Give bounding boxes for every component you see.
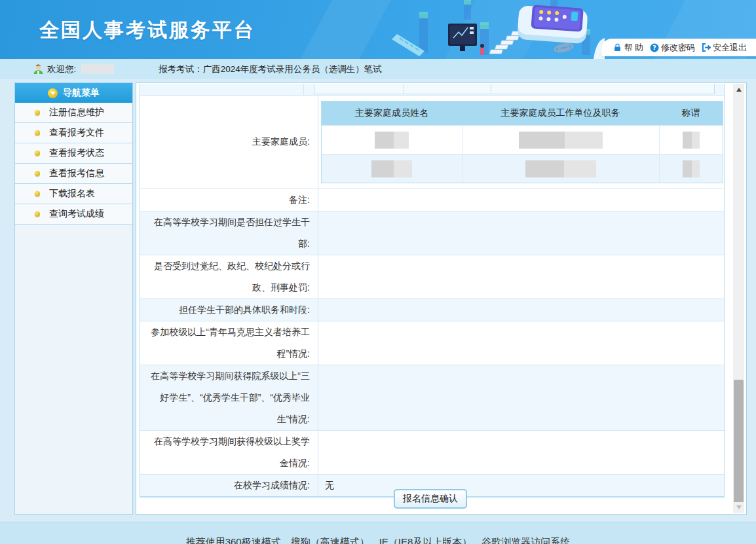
sidebar-item-6[interactable]: 查询考试成绩 (15, 204, 132, 225)
family-cell (322, 154, 462, 183)
page-footer: 推荐使用360极速模式、搜狗（高速模式）、IE（IE8及以上版本）、谷歌浏览器访… (0, 522, 756, 544)
bullet-icon (35, 110, 40, 115)
sidebar-item-label: 注册信息维护 (49, 107, 104, 118)
utility-link-label: 帮 助 (624, 42, 643, 54)
sidebar-nav: 导航菜单 注册信息维护查看报考文件查看报考状态查看报考信息下载报名表查询考试成绩 (14, 82, 133, 515)
sidebar-item-label: 查看报考信息 (49, 168, 104, 179)
content-panel: 主要家庭成员: 主要家庭成员姓名主要家庭成员工作单位及职务称谓 备注:在高等学校… (136, 82, 747, 515)
scroll-down-button[interactable] (733, 502, 744, 513)
sidebar-item-label: 下载报名表 (49, 188, 95, 200)
browser-recommendation-text: 推荐使用360极速模式、搜狗（高速模式）、IE（IE8及以上版本）、谷歌浏览器访… (186, 536, 571, 544)
site-title: 全国人事考试服务平台 (39, 17, 255, 44)
utility-link-label: 安全退出 (713, 42, 747, 54)
confirm-registration-button[interactable]: 报名信息确认 (394, 489, 467, 509)
scroll-up-button[interactable] (733, 84, 744, 95)
user-avatar-icon (33, 63, 44, 75)
logout-icon (702, 43, 711, 52)
redacted-text (683, 160, 700, 177)
sidebar-item-4[interactable]: 查看报考信息 (15, 164, 132, 184)
row-label (140, 84, 303, 96)
table-row-6: 在高等学校学习期间获得院系级以上“三好学生”、“优秀学生干部”、“优秀毕业生”情… (140, 365, 724, 431)
sidebar-item-3[interactable]: 查看报考状态 (15, 143, 132, 164)
row-label: 参加校级以上“青年马克思主义者培养工程”情况: (140, 321, 318, 365)
table-row-partial (140, 84, 724, 96)
sidebar-item-5[interactable]: 下载报名表 (15, 184, 132, 204)
sidebar-item-1[interactable]: 注册信息维护 (15, 103, 132, 123)
page-body: 导航菜单 注册信息维护查看报考文件查看报考状态查看报考信息下载报名表查询考试成绩… (0, 79, 756, 522)
bullet-icon (35, 171, 40, 176)
family-table-row (322, 125, 723, 154)
scrollbar-thumb[interactable] (734, 380, 744, 505)
row-label: 是否受到过党纪、政纪、校纪处分或行政、刑事处罚: (140, 255, 318, 299)
table-row-3: 是否受到过党纪、政纪、校纪处分或行政、刑事处罚: (140, 255, 724, 299)
application-info-table: 主要家庭成员: 主要家庭成员姓名主要家庭成员工作单位及职务称谓 备注:在高等学校… (140, 84, 725, 498)
family-table-rows (322, 125, 723, 183)
family-members-table: 主要家庭成员姓名主要家庭成员工作单位及职务称谓 (321, 101, 723, 183)
sidebar-nav-title: 导航菜单 (63, 87, 100, 99)
redacted-text (375, 132, 409, 149)
table-row-family-members: 主要家庭成员: 主要家庭成员姓名主要家庭成员工作单位及职务称谓 (140, 96, 724, 189)
row-value (318, 431, 724, 474)
welcome-greeting: 欢迎您: (47, 63, 76, 75)
app-header: 全国人事考试服务平台 (0, 0, 756, 59)
redacted-text (519, 132, 603, 149)
welcome-bar: 欢迎您: 报考考试：广西2024年度考试录用公务员（选调生）笔试 (0, 59, 756, 79)
row-value (318, 255, 724, 299)
utility-link-change-password[interactable]: ?修改密码 (650, 42, 695, 54)
bullet-icon (35, 211, 40, 217)
family-cell (659, 126, 723, 154)
family-table-row (322, 154, 723, 183)
family-cell (659, 154, 723, 183)
row-value (318, 211, 724, 255)
utility-link-label: 修改密码 (661, 42, 695, 54)
form-rows: 备注:在高等学校学习期间是否担任过学生干部:是否受到过党纪、政纪、校纪处分或行政… (140, 189, 724, 497)
utility-bar: 帮 助?修改密码安全退出 (601, 39, 756, 56)
row-label: 在高等学校学习期间获得校级以上奖学金情况: (140, 431, 318, 474)
redacted-text (525, 160, 596, 177)
bullet-icon (35, 130, 40, 136)
header-illustration-isometric (385, 0, 605, 59)
partial-cell (314, 84, 404, 94)
row-value (318, 321, 724, 365)
partial-cell (404, 84, 491, 94)
row-value (318, 365, 724, 430)
arrow-down-icon (736, 505, 742, 512)
lock-icon (613, 43, 622, 52)
header-streak (290, 0, 398, 59)
row-label: 在高等学校学习期间是否担任过学生干部: (140, 211, 318, 255)
family-cell (322, 126, 462, 154)
sidebar-item-label: 查询考试成绩 (49, 208, 104, 220)
partial-inner-table (314, 84, 715, 94)
redacted-text (371, 160, 412, 177)
row-label: 主要家庭成员: (140, 96, 318, 189)
sidebar-nav-header[interactable]: 导航菜单 (15, 83, 132, 103)
row-value (318, 189, 724, 211)
chevron-down-icon (48, 88, 58, 98)
utility-link-help[interactable]: 帮 助 (613, 42, 643, 54)
row-label: 担任学生干部的具体职务和时段: (140, 299, 318, 321)
family-col-header: 主要家庭成员姓名 (322, 101, 462, 125)
button-bar: 报名信息确认 (136, 489, 725, 509)
table-row-1: 备注: (140, 189, 724, 211)
bullet-icon (35, 191, 40, 196)
table-row-4: 担任学生干部的具体职务和时段: (140, 299, 724, 321)
redacted-text (683, 132, 700, 149)
exam-label: 报考考试：广西2024年度考试录用公务员（选调生）笔试 (159, 63, 382, 75)
row-value (318, 299, 724, 321)
row-label: 在高等学校学习期间获得院系级以上“三好学生”、“优秀学生干部”、“优秀毕业生”情… (140, 365, 318, 430)
sidebar-item-label: 查看报考文件 (49, 127, 104, 139)
family-col-header: 主要家庭成员工作单位及职务 (462, 101, 659, 125)
row-label: 备注: (140, 189, 318, 211)
family-table-header: 主要家庭成员姓名主要家庭成员工作单位及职务称谓 (322, 101, 723, 125)
row-value: 主要家庭成员姓名主要家庭成员工作单位及职务称谓 (318, 96, 724, 189)
partial-cell (491, 84, 714, 94)
table-row-2: 在高等学校学习期间是否担任过学生干部: (140, 211, 724, 255)
sidebar-items: 注册信息维护查看报考文件查看报考状态查看报考信息下载报名表查询考试成绩 (15, 103, 132, 225)
vertical-scrollbar-track[interactable] (733, 84, 744, 513)
table-row-5: 参加校级以上“青年马克思主义者培养工程”情况: (140, 321, 724, 365)
family-cell (462, 154, 659, 183)
table-row-7: 在高等学校学习期间获得校级以上奖学金情况: (140, 431, 724, 475)
arrow-up-icon (736, 85, 742, 92)
sidebar-item-2[interactable]: 查看报考文件 (15, 123, 132, 143)
utility-link-logout[interactable]: 安全退出 (702, 42, 747, 54)
